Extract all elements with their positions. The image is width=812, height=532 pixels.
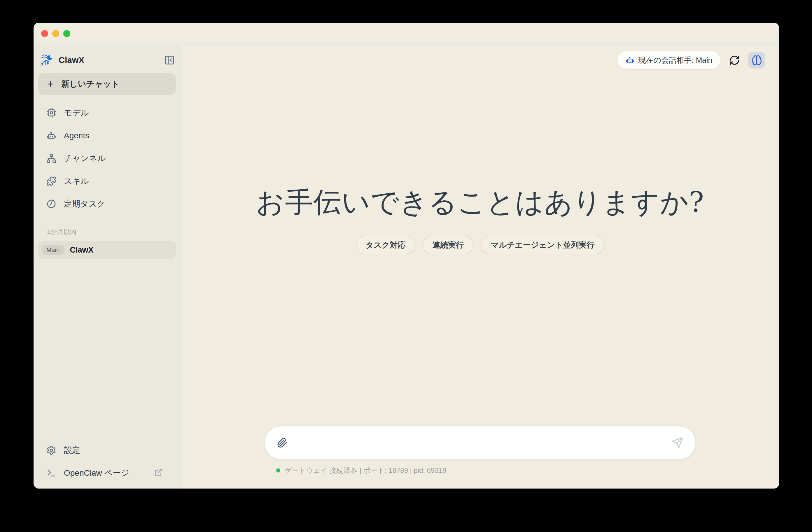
sidebar-item-label: モデル <box>64 107 89 118</box>
panel-left-close-icon <box>164 55 175 65</box>
settings-label: 設定 <box>64 445 80 456</box>
main-content: 現在の会話相手: Main <box>181 45 779 489</box>
sidebar-item-label: チャンネル <box>64 153 105 164</box>
hero-heading: お手伝いできることはありますか? <box>181 184 779 222</box>
clock-icon <box>46 199 56 209</box>
sidebar-item-agents[interactable]: Agents <box>33 124 180 147</box>
agent-badge: Main <box>41 245 65 255</box>
sidebar-item-skills[interactable]: スキル <box>33 170 180 192</box>
message-composer <box>264 426 696 459</box>
titlebar <box>33 23 779 45</box>
sidebar-item-label: Agents <box>64 131 89 140</box>
brain-icon <box>751 55 762 66</box>
collapse-sidebar-button[interactable] <box>163 54 176 67</box>
message-input[interactable] <box>294 438 664 447</box>
new-chat-button[interactable]: 新しいチャット <box>38 73 176 95</box>
history-section-label: 1か月以内 <box>47 228 180 236</box>
refresh-button[interactable] <box>728 53 741 67</box>
sidebar-spacer <box>33 259 180 439</box>
sidebar-header: ClawX <box>33 45 180 67</box>
sidebar-item-label: スキル <box>64 176 89 187</box>
attach-file-button[interactable] <box>277 437 288 448</box>
app-name: ClawX <box>59 55 84 65</box>
close-window-button[interactable] <box>41 30 48 37</box>
openclaw-label: OpenClaw ページ <box>64 468 129 479</box>
chat-history-item[interactable]: Main ClawX <box>38 241 176 259</box>
sidebar-item-scheduled-tasks[interactable]: 定期タスク <box>33 192 180 215</box>
lobster-logo-icon <box>39 54 55 67</box>
send-button[interactable] <box>671 437 683 449</box>
main-spacer <box>181 254 779 426</box>
pill-multi-agent[interactable]: マルチエージェント並列実行 <box>481 236 604 254</box>
pill-task-support[interactable]: タスク対応 <box>356 236 416 254</box>
window-body: ClawX 新しいチャット <box>33 45 779 489</box>
settings-button[interactable]: 設定 <box>33 439 180 462</box>
sidebar-item-channels[interactable]: チャンネル <box>33 147 180 170</box>
terminal-icon <box>46 468 56 478</box>
pill-continuous-run[interactable]: 連続実行 <box>422 236 474 254</box>
gateway-status: ゲートウェイ 接続済み | ポート: 18789 | pid: 69319 <box>264 466 696 475</box>
network-icon <box>46 154 56 163</box>
sidebar-nav: モデル Agents <box>33 101 180 215</box>
main-header: 現在の会話相手: Main <box>181 51 779 69</box>
bot-icon <box>46 131 56 141</box>
new-chat-label: 新しいチャット <box>61 78 120 89</box>
chat-title: ClawX <box>70 246 93 255</box>
puzzle-icon <box>46 176 56 186</box>
robot-icon <box>626 56 634 64</box>
sidebar-item-models[interactable]: モデル <box>33 101 180 124</box>
suggestion-pills: タスク対応 連続実行 マルチエージェント並列実行 <box>181 236 779 254</box>
sidebar: ClawX 新しいチャット <box>33 45 181 489</box>
traffic-lights <box>41 30 70 37</box>
send-icon <box>671 437 683 449</box>
composer-area: ゲートウェイ 接続済み | ポート: 18789 | pid: 69319 <box>264 426 696 475</box>
zoom-window-button[interactable] <box>63 30 70 37</box>
gateway-status-text: ゲートウェイ 接続済み | ポート: 18789 | pid: 69319 <box>285 466 446 475</box>
desktop-background: ClawX 新しいチャット <box>0 0 812 532</box>
sidebar-item-label: 定期タスク <box>64 198 105 210</box>
paperclip-icon <box>277 437 288 448</box>
brain-mode-button[interactable] <box>748 52 765 69</box>
sidebar-footer: 設定 OpenClaw ページ <box>33 439 180 489</box>
cpu-icon <box>46 108 56 118</box>
plus-icon <box>46 80 55 88</box>
minimize-window-button[interactable] <box>52 30 59 37</box>
refresh-icon <box>729 55 740 66</box>
external-link-icon <box>154 468 163 478</box>
current-partner-label: 現在の会話相手: Main <box>638 55 712 65</box>
openclaw-page-link[interactable]: OpenClaw ページ <box>33 462 180 485</box>
current-partner-badge[interactable]: 現在の会話相手: Main <box>617 51 721 69</box>
gear-icon <box>46 445 56 455</box>
status-green-dot <box>276 469 280 473</box>
app-window: ClawX 新しいチャット <box>33 23 779 489</box>
